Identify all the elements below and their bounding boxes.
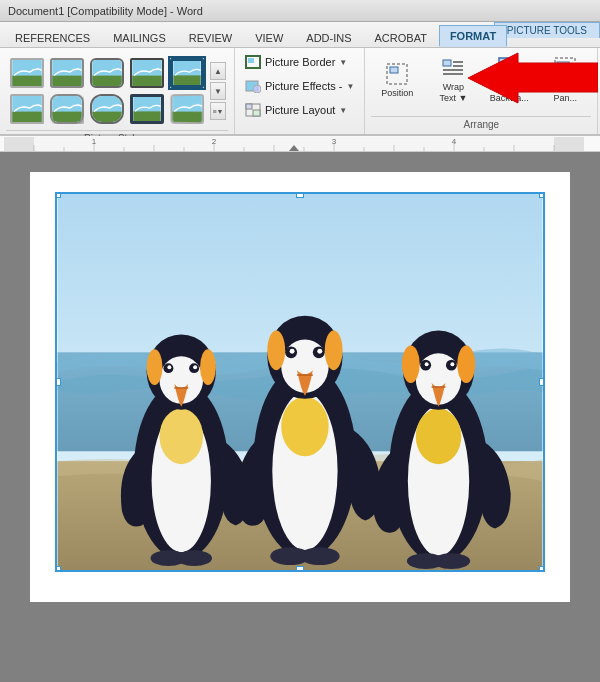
- handle-bot-right[interactable]: [539, 566, 545, 572]
- arrange-selection-btn[interactable]: Selection Pan...: [539, 52, 591, 108]
- svg-point-84: [193, 365, 197, 369]
- svg-point-102: [300, 547, 340, 565]
- layout-icon: [245, 102, 261, 118]
- swatch-scroll: ▲ ▼ ≡▼: [208, 62, 228, 120]
- tab-view[interactable]: VIEW: [244, 27, 294, 47]
- svg-rect-3: [52, 76, 81, 86]
- sendback-label: Send Backwa...: [486, 82, 532, 104]
- handle-mid-left[interactable]: [55, 378, 61, 386]
- tab-acrobat[interactable]: ACROBAT: [364, 27, 438, 47]
- arrange-sendback-btn[interactable]: Send Backwa...: [483, 52, 535, 108]
- svg-rect-19: [173, 112, 202, 123]
- position-label: Position: [381, 88, 413, 99]
- wrap-icon: [441, 56, 465, 80]
- style-swatch-2[interactable]: [48, 56, 86, 90]
- handle-mid-right[interactable]: [539, 378, 545, 386]
- svg-rect-25: [246, 104, 252, 109]
- handle-top-left[interactable]: [55, 192, 61, 198]
- svg-text:4: 4: [452, 137, 457, 146]
- tab-format[interactable]: FORMAT: [439, 25, 507, 47]
- handle-bot-left[interactable]: [55, 566, 61, 572]
- tab-review[interactable]: REVIEW: [178, 27, 243, 47]
- style-swatches: [6, 52, 208, 130]
- svg-rect-17: [133, 111, 160, 121]
- position-icon: [385, 62, 409, 86]
- svg-rect-28: [390, 67, 398, 73]
- style-swatch-1[interactable]: [8, 56, 46, 90]
- svg-point-117: [433, 553, 471, 569]
- arrange-wrap-btn[interactable]: WrapText ▼: [427, 52, 479, 108]
- style-swatch-10[interactable]: [168, 92, 206, 126]
- svg-text:3: 3: [332, 137, 337, 146]
- selection-icon: [553, 56, 577, 80]
- handle-top-center[interactable]: [296, 192, 304, 198]
- svg-rect-9: [173, 75, 200, 85]
- style-swatch-4[interactable]: [128, 56, 166, 90]
- effects-icon: [245, 78, 261, 94]
- svg-point-114: [450, 362, 454, 366]
- svg-point-91: [289, 397, 321, 433]
- svg-point-99: [317, 349, 322, 354]
- title-bar: Document1 [Compatibility Mode] - Word: [0, 0, 600, 22]
- arrange-label: Arrange: [371, 116, 591, 132]
- tab-addins[interactable]: ADD-INS: [295, 27, 362, 47]
- tab-references[interactable]: REFERENCES: [4, 27, 101, 47]
- svg-rect-38: [557, 62, 569, 65]
- image-container[interactable]: ⊞: [55, 192, 545, 572]
- svg-point-95: [325, 331, 343, 371]
- svg-rect-40: [557, 72, 569, 75]
- svg-point-113: [425, 362, 429, 366]
- style-swatch-8[interactable]: [88, 92, 126, 126]
- style-swatch-5[interactable]: [168, 56, 206, 90]
- swatch-scroll-up[interactable]: ▲: [210, 62, 226, 80]
- svg-point-110: [457, 345, 475, 383]
- sendback-icon: [497, 56, 521, 80]
- swatch-scroll-down[interactable]: ▼: [210, 82, 226, 100]
- svg-point-80: [200, 349, 216, 385]
- svg-point-76: [166, 409, 196, 445]
- svg-rect-11: [12, 112, 41, 122]
- style-swatch-3[interactable]: [88, 56, 126, 90]
- svg-rect-7: [132, 76, 161, 86]
- ribbon-content: ▲ ▼ ≡▼ Picture Styles ▪ Picture Border ▼: [0, 48, 600, 136]
- svg-rect-35: [499, 58, 513, 70]
- ruler: 1 2 3 4: [0, 136, 600, 152]
- svg-point-94: [267, 331, 285, 371]
- page: ⊞: [30, 172, 570, 602]
- svg-point-87: [176, 550, 212, 566]
- picture-styles-group: ▲ ▼ ≡▼ Picture Styles ▪: [0, 48, 235, 134]
- svg-rect-13: [52, 112, 81, 122]
- title-bar-text: Document1 [Compatibility Mode] - Word: [8, 5, 203, 17]
- document-area: ⊞: [0, 152, 600, 682]
- handle-top-right[interactable]: [539, 192, 545, 198]
- layout-dropdown-arrow: ▼: [339, 106, 347, 115]
- effects-dropdown-arrow: ▼: [346, 82, 354, 91]
- svg-point-109: [402, 345, 420, 383]
- swatch-scroll-more[interactable]: ≡▼: [210, 102, 226, 120]
- svg-rect-45: [4, 137, 34, 151]
- svg-rect-46: [554, 137, 584, 151]
- border-dropdown-arrow: ▼: [339, 58, 347, 67]
- style-swatch-7[interactable]: [48, 92, 86, 126]
- svg-rect-39: [557, 67, 569, 70]
- svg-point-83: [167, 365, 171, 369]
- arrange-items: Position WrapText ▼ Send Backwa...: [371, 52, 591, 116]
- svg-rect-26: [253, 110, 260, 116]
- picture-border-btn[interactable]: Picture Border ▼: [241, 52, 358, 72]
- style-swatch-6[interactable]: [8, 92, 46, 126]
- svg-rect-21: [248, 58, 254, 63]
- tab-mailings[interactable]: MAILINGS: [102, 27, 177, 47]
- style-swatch-9[interactable]: [128, 92, 166, 126]
- svg-rect-29: [443, 60, 451, 66]
- svg-text:2: 2: [212, 137, 217, 146]
- svg-point-106: [424, 408, 454, 442]
- svg-point-79: [147, 349, 163, 385]
- arrange-position-btn[interactable]: Position: [371, 52, 423, 108]
- wrap-label: WrapText ▼: [439, 82, 467, 104]
- picture-effects-btn[interactable]: Picture Effects - ▼: [241, 76, 358, 96]
- handle-bot-center[interactable]: [296, 566, 304, 572]
- svg-point-98: [290, 349, 295, 354]
- picture-layout-btn[interactable]: Picture Layout ▼: [241, 100, 358, 120]
- picture-styles-content: ▲ ▼ ≡▼: [6, 52, 228, 130]
- picture-tools-label: PICTURE TOOLS: [494, 22, 600, 38]
